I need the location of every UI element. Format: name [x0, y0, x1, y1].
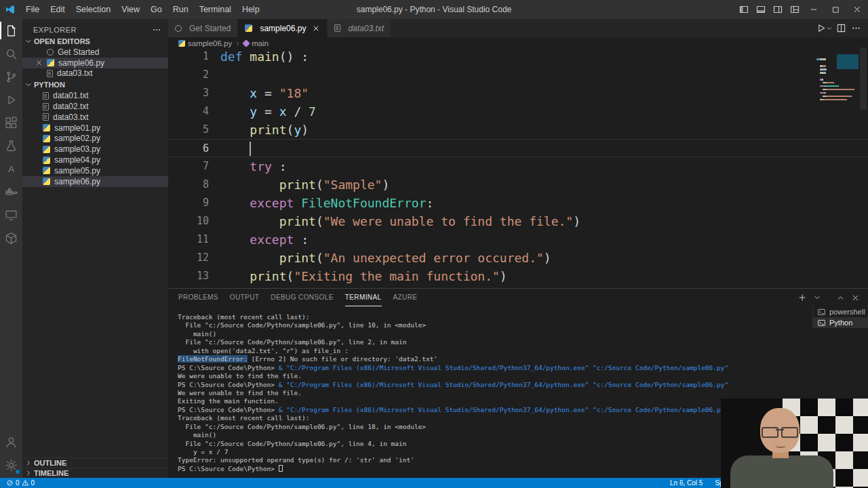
code-line-12[interactable]: 12 print("An unexpected error occured.") [168, 249, 868, 267]
timeline-label: TIMELINE [34, 469, 68, 477]
search-icon[interactable] [0, 42, 22, 65]
azure-icon[interactable]: A [0, 157, 22, 180]
cursor-position-status[interactable]: Ln 6, Col 5 [667, 478, 705, 488]
panel-tab-problems[interactable]: PROBLEMS [178, 289, 218, 306]
file-data02-txt[interactable]: data02.txt [22, 101, 168, 112]
editor-scrollbar[interactable] [859, 47, 868, 287]
open-editor-data03-txt[interactable]: data03.txt [22, 68, 168, 79]
run-dropdown-icon[interactable] [826, 21, 833, 36]
code-line-11[interactable]: 11 except : [168, 230, 868, 249]
close-window-button[interactable] [846, 0, 868, 19]
open-editor-label: data03.txt [57, 68, 93, 78]
menu-view[interactable]: View [116, 0, 145, 19]
tab-data03-txt[interactable]: data03.txt [328, 19, 391, 37]
code-line-13[interactable]: 13 print("Exiting the main function.") [168, 267, 868, 285]
terminal-line: Traceback (most recent call last): [178, 414, 810, 422]
panel-actions [796, 289, 861, 306]
file-sample06-py[interactable]: sample06.py [22, 176, 168, 187]
open-editor-get-started[interactable]: Get Started [22, 47, 168, 58]
split-editor-icon[interactable] [834, 21, 848, 36]
toggle-secondary-sidebar-icon[interactable] [769, 0, 786, 19]
panel-tab-azure[interactable]: AZURE [393, 289, 418, 306]
toggle-panel-icon[interactable] [752, 0, 769, 19]
panel-tab-terminal[interactable]: TERMINAL [345, 289, 382, 306]
package-explorer-icon[interactable] [0, 226, 22, 249]
panel-header: PROBLEMSOUTPUTDEBUG CONSOLETERMINALAZURE [168, 289, 868, 306]
breadcrumb-main[interactable]: main [243, 39, 269, 47]
maximize-panel-icon[interactable] [834, 291, 846, 304]
open-editors-header[interactable]: OPEN EDITORS [22, 35, 168, 47]
code-line-2[interactable]: 2 [168, 66, 868, 84]
terminal-line: Exiting the main function. [178, 397, 810, 405]
terminal-line: y = x / 7 [178, 448, 810, 456]
settings-icon[interactable] [0, 453, 22, 476]
explorer-more-actions-icon[interactable] [152, 25, 161, 35]
remote-explorer-icon[interactable] [0, 203, 22, 226]
new-terminal-icon[interactable] [796, 291, 808, 304]
testing-icon[interactable] [0, 134, 22, 157]
code-line-3[interactable]: 3 x = "18" [168, 84, 868, 102]
code-line-7[interactable]: 7 try : [168, 157, 868, 176]
file-data01-txt[interactable]: data01.txt [22, 90, 168, 101]
outline-section-header[interactable]: OUTLINE [22, 458, 168, 468]
docker-icon[interactable] [0, 180, 22, 203]
menu-selection[interactable]: Selection [71, 0, 116, 19]
file-sample03-py[interactable]: sample03.py [22, 144, 168, 155]
file-sample02-py[interactable]: sample02.py [22, 134, 168, 144]
folder-section-header[interactable]: PYTHON [22, 79, 168, 90]
menu-go[interactable]: Go [145, 0, 167, 19]
minimap-line [816, 85, 856, 87]
code-line-9[interactable]: 9 except FileNotFoundError: [168, 194, 868, 212]
menu-help[interactable]: Help [237, 0, 265, 19]
menu-terminal[interactable]: Terminal [194, 0, 237, 19]
line-number: 5 [168, 121, 209, 139]
code-line-10[interactable]: 10 print("We were unable to find the fil… [168, 212, 868, 230]
terminal-output[interactable]: Traceback (most recent call last): File … [178, 313, 810, 475]
file-data03-txt[interactable]: data03.txt [22, 112, 168, 123]
txt-file-icon [47, 70, 53, 77]
tab-get-started[interactable]: Get Started [168, 19, 238, 37]
code-line-8[interactable]: 8 print("Sample") [168, 176, 868, 194]
code-line-6[interactable]: 6 [168, 139, 868, 157]
txt-file-icon [334, 24, 340, 32]
toggle-sidebar-icon[interactable] [735, 0, 752, 19]
terminal-instance-python[interactable]: Python [813, 317, 868, 328]
extensions-icon[interactable] [0, 111, 22, 134]
menu-file[interactable]: File [20, 0, 45, 19]
close-icon[interactable] [35, 59, 43, 66]
line-content: except : [220, 230, 309, 249]
panel-tab-debug-console[interactable]: DEBUG CONSOLE [271, 289, 333, 306]
code-line-4[interactable]: 4 y = x / 7 [168, 102, 868, 121]
file-sample04-py[interactable]: sample04.py [22, 155, 168, 165]
more-actions-icon[interactable] [849, 21, 863, 36]
breadcrumb-sample06-py[interactable]: sample06.py [178, 39, 232, 47]
panel-tab-output[interactable]: OUTPUT [230, 289, 260, 306]
close-tab-icon[interactable] [312, 24, 320, 33]
file-sample01-py[interactable]: sample01.py [22, 123, 168, 134]
minimize-button[interactable] [803, 0, 825, 19]
open-editor-sample06-py[interactable]: sample06.py [22, 58, 168, 68]
tab-label: sample06.py [260, 24, 306, 33]
customize-layout-icon[interactable] [786, 0, 803, 19]
problems-status[interactable]: 0 0 [3, 478, 37, 488]
file-sample05-py[interactable]: sample05.py [22, 165, 168, 176]
maximize-button[interactable] [825, 0, 846, 19]
close-panel-icon[interactable] [849, 291, 861, 304]
terminal-dropdown-icon[interactable] [811, 291, 823, 304]
vscode-logo-icon [5, 3, 17, 16]
timeline-section-header[interactable]: TIMELINE [22, 468, 168, 478]
source-control-icon[interactable] [0, 65, 22, 88]
line-number: 1 [168, 47, 209, 66]
tab-sample06-py[interactable]: sample06.py [238, 19, 328, 37]
terminal-instance-powershell[interactable]: powershell [813, 306, 868, 317]
run-and-debug-icon[interactable] [0, 88, 22, 111]
explorer-icon[interactable] [0, 19, 22, 42]
account-icon[interactable] [0, 430, 22, 453]
code-editor[interactable]: 1def main() :23 x = "18"4 y = x / 75 pri… [168, 47, 868, 287]
code-line-5[interactable]: 5 print(y) [168, 121, 868, 139]
run-python-file-icon[interactable] [814, 21, 827, 36]
webcam-overlay [721, 399, 868, 488]
menu-run[interactable]: Run [167, 0, 194, 19]
menu-edit[interactable]: Edit [45, 0, 71, 19]
code-line-1[interactable]: 1def main() : [168, 47, 868, 66]
